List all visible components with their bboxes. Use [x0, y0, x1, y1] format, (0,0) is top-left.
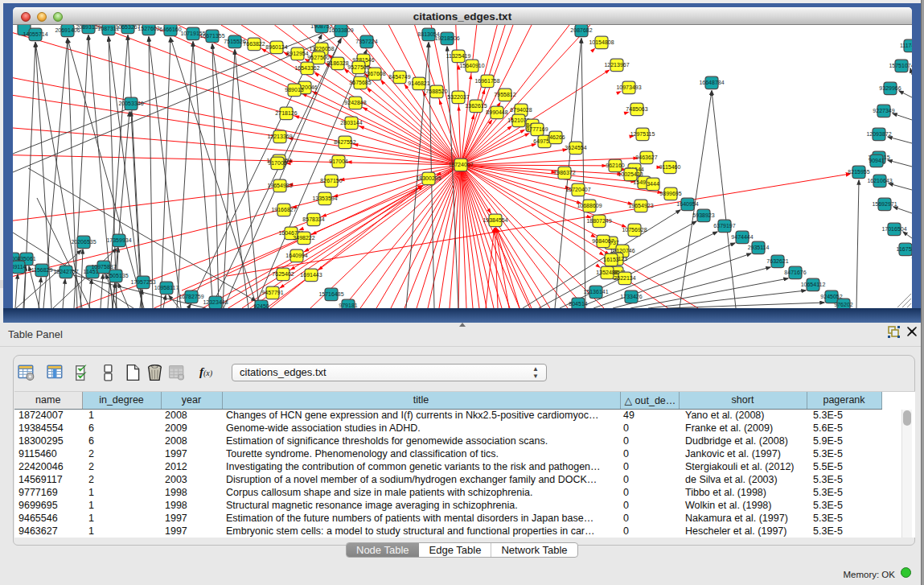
svg-text:2087682: 2087682: [570, 27, 592, 33]
svg-text:1362615: 1362615: [465, 103, 487, 109]
svg-text:9242848: 9242848: [344, 100, 366, 105]
svg-text:6794028: 6794028: [510, 107, 532, 113]
svg-text:10958117: 10958117: [154, 285, 179, 290]
svg-text:7357224: 7357224: [355, 39, 377, 44]
svg-text:16961758: 16961758: [474, 78, 499, 84]
svg-text:9245052: 9245052: [820, 294, 842, 299]
svg-text:12213967: 12213967: [604, 62, 629, 68]
svg-text:8215955: 8215955: [848, 169, 869, 175]
svg-text:17359934: 17359934: [106, 237, 131, 243]
svg-text:1640994: 1640994: [285, 253, 307, 258]
svg-text:10975887: 10975887: [91, 264, 116, 270]
svg-text:9227349: 9227349: [873, 108, 894, 113]
svg-text:3624554: 3624554: [565, 145, 586, 150]
svg-text:90941: 90941: [869, 158, 885, 163]
svg-text:16543362: 16543362: [294, 65, 319, 71]
svg-text:9329966: 9329966: [879, 85, 901, 91]
svg-text:2718126: 2718126: [275, 110, 297, 116]
svg-text:18807249: 18807249: [586, 218, 611, 224]
svg-text:7663822: 7663822: [243, 41, 265, 47]
svg-text:9527500: 9527500: [307, 55, 329, 60]
svg-text:10756928: 10756928: [622, 227, 647, 233]
svg-text:8960124: 8960124: [265, 44, 287, 50]
svg-text:1527602: 1527602: [138, 26, 159, 31]
svg-text:9474444: 9474444: [731, 234, 753, 240]
svg-text:19166827: 19166827: [271, 207, 296, 212]
svg-text:2935114: 2935114: [748, 245, 770, 250]
svg-text:10154808: 10154808: [589, 39, 614, 45]
svg-text:2803144: 2803144: [340, 120, 362, 126]
svg-text:3444: 3444: [647, 181, 659, 187]
svg-text:10653267: 10653267: [115, 25, 140, 30]
svg-text:12505135: 12505135: [103, 273, 128, 278]
svg-text:9115460: 9115460: [659, 164, 681, 170]
svg-text:9777169: 9777169: [526, 126, 548, 132]
svg-text:3675685: 3675685: [349, 80, 371, 85]
svg-text:8267150: 8267150: [320, 178, 342, 183]
svg-text:15692971: 15692971: [872, 201, 897, 207]
svg-text:5322037: 5322037: [447, 94, 469, 100]
svg-text:12323448: 12323448: [203, 299, 228, 305]
svg-text:16648784: 16648784: [699, 80, 724, 85]
svg-text:7632621: 7632621: [766, 258, 788, 264]
svg-text:18724007: 18724007: [448, 162, 473, 167]
svg-text:8427552: 8427552: [334, 139, 355, 145]
svg-text:9463627: 9463627: [635, 154, 657, 160]
svg-text:9527508: 9527508: [347, 64, 369, 70]
svg-text:3498222: 3498222: [293, 235, 314, 241]
svg-text:7625402: 7625402: [272, 271, 294, 277]
svg-text:804514: 804514: [569, 301, 587, 307]
svg-text:16210643: 16210643: [867, 178, 892, 183]
svg-text:12242757: 12242757: [53, 269, 78, 274]
svg-text:12093872: 12093872: [866, 131, 891, 137]
svg-text:11325419: 11325419: [446, 53, 471, 59]
svg-text:19384554: 19384554: [483, 217, 507, 223]
svg-text:8186328: 8186328: [326, 60, 348, 66]
svg-text:989013: 989013: [285, 87, 303, 93]
svg-text:15716485: 15716485: [318, 291, 343, 297]
svg-text:135061: 135061: [17, 256, 35, 262]
svg-text:917008: 917008: [268, 160, 286, 166]
svg-text:20053346: 20053346: [118, 101, 143, 106]
svg-text:1733426: 1733426: [620, 294, 642, 299]
svg-text:9146821: 9146821: [408, 80, 429, 86]
svg-text:10120746: 10120746: [610, 248, 634, 253]
svg-text:7485063: 7485063: [626, 106, 647, 112]
svg-text:8578334: 8578334: [302, 216, 324, 222]
svg-text:5938923: 5938923: [692, 212, 714, 218]
svg-text:8912954: 8912954: [286, 51, 308, 56]
svg-text:9084067: 9084067: [592, 238, 614, 244]
svg-text:15640910: 15640910: [459, 63, 484, 68]
svg-text:976202: 976202: [834, 302, 852, 307]
svg-text:6466160: 6466160: [159, 27, 181, 32]
svg-text:1117403: 1117403: [900, 43, 912, 48]
svg-text:15751074: 15751074: [889, 63, 912, 68]
svg-text:9457791: 9457791: [261, 290, 283, 295]
svg-text:92450: 92450: [253, 303, 269, 309]
svg-text:962160: 962160: [606, 163, 624, 168]
svg-text:1352488: 1352488: [596, 270, 618, 275]
svg-text:2367608: 2367608: [363, 71, 385, 76]
svg-text:13226058: 13226058: [309, 46, 334, 51]
svg-text:20206535: 20206535: [71, 239, 96, 245]
svg-text:9899695: 9899695: [659, 191, 681, 196]
svg-text:10688609: 10688609: [577, 203, 602, 208]
svg-text:7955812: 7955812: [494, 92, 515, 97]
svg-text:16671355: 16671355: [199, 33, 224, 39]
svg-text:8454749: 8454749: [388, 74, 410, 80]
svg-text:8471676: 8471676: [784, 270, 806, 275]
svg-text:979181: 979181: [339, 303, 357, 308]
svg-text:19654923: 19654923: [628, 203, 653, 208]
svg-text:16033809: 16033809: [328, 27, 353, 33]
svg-text:16153: 16153: [603, 257, 619, 262]
svg-text:10654112: 10654112: [801, 282, 826, 287]
svg-text:1640954: 1640954: [676, 201, 698, 207]
svg-text:1156829: 1156829: [31, 267, 53, 273]
svg-text:19654983: 19654983: [267, 183, 292, 188]
svg-text:746266: 746266: [546, 134, 565, 140]
svg-text:6379197: 6379197: [713, 223, 735, 229]
svg-text:13353594: 13353594: [312, 196, 337, 201]
svg-text:17016504: 17016504: [881, 226, 906, 232]
svg-text:18300295: 18300295: [416, 175, 441, 181]
svg-text:917004: 917004: [329, 159, 347, 164]
